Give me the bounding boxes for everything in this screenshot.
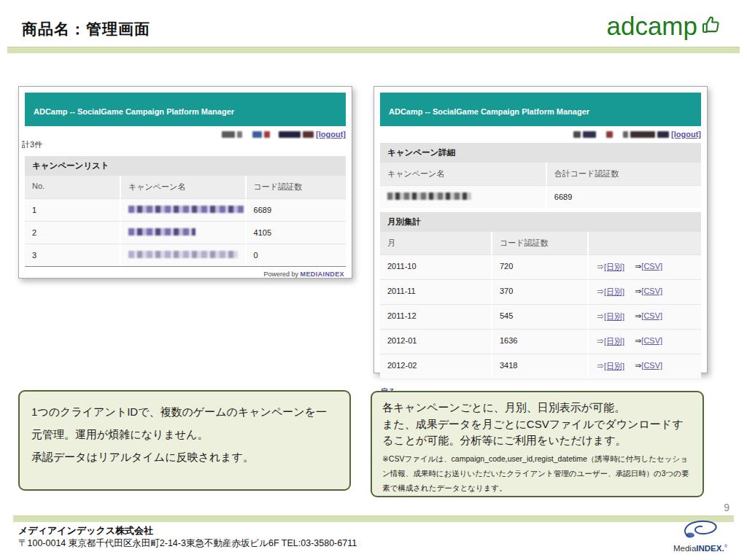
callout-left-text-2: 承認データはリアルタイムに反映されます。	[31, 446, 338, 469]
column-header-no: No.	[25, 176, 121, 198]
csv-download-link[interactable]: [CSV]	[641, 262, 662, 271]
campaign-list-rows: 166892410530	[25, 198, 346, 266]
arrow-icon: ⇒	[596, 312, 604, 321]
mediaindex-logo-media: Media	[673, 544, 696, 553]
code-auth-count: 370	[492, 279, 589, 304]
callout-left-text-1: 1つのクライアントIDで、複数のゲームのキャンペーンを一元管理。運用が煩雑になり…	[31, 401, 338, 446]
daily-view-link[interactable]: [日別]	[604, 337, 624, 346]
row-number: 3	[25, 244, 121, 266]
daily-view-link[interactable]: [日別]	[604, 362, 624, 370]
redacted-text	[237, 131, 242, 138]
registered-mark: ®	[724, 544, 727, 548]
arrow-icon: ⇒	[596, 362, 604, 370]
campaign-list-header: No. キャンペーン名 コード認証数	[25, 176, 346, 198]
campaign-detail-header: キャンペーン名 合計コード認証数	[380, 163, 701, 185]
daily-view-link[interactable]: [日別]	[604, 312, 624, 321]
campaign-list-title: キャンペーンリスト	[25, 156, 346, 176]
column-header-month: 月	[380, 232, 492, 254]
daily-view-link[interactable]: [日別]	[604, 287, 624, 296]
row-number: 2	[25, 221, 121, 244]
screenshot-campaign-detail: ADCamp -- SocialGame Campaign Platform M…	[374, 86, 708, 373]
footer-address: 〒100-0014 東京都千代田区永田町2-14-3東急不動産赤坂ビル6F TE…	[18, 537, 357, 550]
column-header-campaign-name: キャンペーン名	[380, 163, 547, 185]
redacted-campaign-name-link[interactable]	[128, 206, 244, 213]
column-header-links	[589, 232, 701, 254]
page-number: 9	[724, 502, 729, 513]
redacted-text	[264, 131, 270, 138]
callout-right-note: ※CSVファイルは、campaign_code,user_id,regist_d…	[382, 451, 692, 496]
code-auth-count: 4105	[247, 221, 346, 244]
code-auth-count: 720	[492, 254, 589, 279]
code-auth-count: 3418	[492, 354, 589, 378]
redacted-text	[303, 131, 314, 138]
csv-download-link[interactable]: [CSV]	[641, 287, 662, 295]
code-auth-count: 545	[492, 304, 589, 329]
month-cell: 2011-10	[380, 254, 492, 279]
campaign-detail-row: 6689	[380, 185, 701, 208]
mediaindex-footer-logo: MediaINDEX.®	[665, 519, 735, 553]
adcamp-logo: adcamp	[606, 12, 722, 41]
code-auth-count: 1636	[492, 329, 589, 354]
total-auth-count: 6689	[547, 185, 701, 208]
logout-link[interactable]: [logout]	[316, 130, 346, 139]
month-cell: 2012-01	[380, 329, 492, 354]
redacted-campaign-name-link[interactable]	[128, 251, 238, 258]
table-row: 16689	[25, 198, 346, 221]
mediaindex-logo-text: MediaINDEX.®	[665, 544, 735, 553]
column-header-name: キャンペーン名	[121, 176, 247, 198]
table-row: 2011-10720⇒[日別]⇒[CSV]	[380, 254, 701, 279]
arrow-icon: ⇒	[635, 311, 641, 320]
table-row: 24105	[25, 221, 346, 244]
adcamp-logo-text: adcamp	[606, 12, 697, 41]
daily-view-link[interactable]: [日別]	[604, 262, 624, 271]
thumbs-up-icon	[700, 14, 722, 39]
total-count-label: 計3件	[22, 139, 346, 150]
screenshot-campaign-list: ADCamp -- SocialGame Campaign Platform M…	[18, 86, 352, 279]
footer-company-name: メディアインデックス株式会社	[18, 524, 153, 537]
csv-download-link[interactable]: [CSV]	[641, 361, 662, 370]
monthly-table-rows: 2011-10720⇒[日別]⇒[CSV]2011-11370⇒[日別]⇒[CS…	[380, 254, 701, 378]
csv-download-link[interactable]: [CSV]	[641, 311, 662, 320]
column-header-count: コード認証数	[247, 176, 346, 198]
callout-right-text-1: 各キャンペーンごとに、月別、日別表示が可能。	[382, 400, 692, 416]
redacted-text	[573, 131, 581, 138]
monthly-summary-title: 月別集計	[380, 212, 701, 232]
app-banner: ADCamp -- SocialGame Campaign Platform M…	[380, 93, 701, 126]
month-cell: 2012-02	[380, 354, 492, 378]
logout-link[interactable]: [logout]	[671, 130, 701, 139]
mediaindex-brand-link[interactable]: MEDIAINDEX	[300, 271, 344, 278]
redacted-text	[630, 131, 655, 138]
table-row: 2012-023418⇒[日別]⇒[CSV]	[380, 354, 701, 378]
session-status-line: [logout]	[25, 130, 346, 139]
table-row: 30	[25, 244, 346, 266]
redacted-campaign-name	[387, 192, 471, 200]
arrow-icon: ⇒	[635, 361, 641, 370]
redacted-text	[222, 131, 235, 138]
arrow-icon: ⇒	[635, 287, 641, 295]
arrow-icon: ⇒	[635, 336, 641, 345]
code-auth-count: 6689	[247, 198, 346, 221]
app-banner: ADCamp -- SocialGame Campaign Platform M…	[25, 93, 346, 126]
session-status-line: [logout]	[380, 130, 701, 139]
month-cell: 2011-12	[380, 304, 492, 329]
redacted-text	[279, 131, 301, 138]
slide: 商品名：管理画面 adcamp ADCamp -- SocialGame Cam…	[0, 0, 747, 560]
csv-download-link[interactable]: [CSV]	[641, 336, 662, 345]
redacted-text	[623, 131, 628, 138]
title-divider-bar	[7, 47, 740, 53]
powered-by-line: Powered by MEDIAINDEX	[25, 266, 346, 279]
callout-right-text-2: また、成果データを月ごとにCSVファイルでダウンロードすることが可能。分析等にご…	[382, 416, 692, 449]
redacted-campaign-name-link[interactable]	[128, 228, 196, 236]
powered-by-prefix: Powered by	[263, 271, 300, 278]
arrow-icon: ⇒	[596, 337, 604, 346]
table-row: 2011-11370⇒[日別]⇒[CSV]	[380, 279, 701, 304]
redacted-text	[657, 131, 669, 138]
row-number: 1	[25, 198, 121, 221]
table-row: 2012-011636⇒[日別]⇒[CSV]	[380, 329, 701, 354]
page-title: 商品名：管理画面	[22, 19, 150, 39]
arrow-icon: ⇒	[596, 287, 604, 296]
column-header-code-count: コード認証数	[492, 232, 589, 254]
redacted-text	[583, 131, 596, 138]
month-cell: 2011-11	[380, 279, 492, 304]
table-row: 2011-12545⇒[日別]⇒[CSV]	[380, 304, 701, 329]
